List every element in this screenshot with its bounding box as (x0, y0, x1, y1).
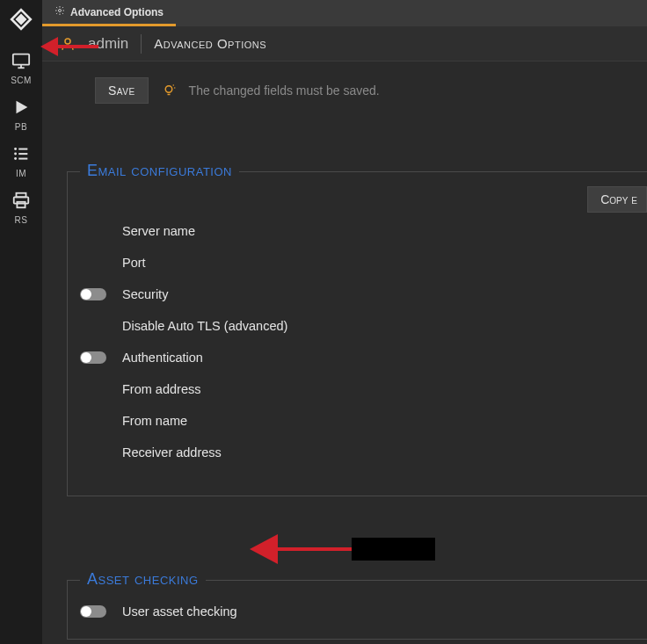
section-legend: Asset checking (80, 570, 206, 589)
sidebar-rail: SCM PB IM RS (0, 0, 42, 644)
toolbar: Save The changed fields must be saved. (42, 69, 647, 112)
svg-point-5 (14, 153, 17, 156)
svg-point-14 (165, 86, 172, 93)
field-label: Port (122, 256, 146, 270)
svg-point-7 (14, 157, 17, 160)
svg-marker-22 (250, 534, 278, 564)
sidebar-item-label: RS (15, 215, 28, 225)
gear-icon (55, 5, 65, 18)
breadcrumb-separator (141, 34, 142, 54)
field-label: From name (122, 414, 187, 428)
field-from-address: From address (80, 380, 635, 399)
svg-rect-8 (18, 158, 27, 160)
user-icon (60, 36, 76, 52)
annotation-arrow-middle (246, 527, 440, 571)
breadcrumb-user[interactable]: admin (88, 35, 128, 53)
svg-point-12 (59, 10, 62, 12)
toggle-authentication[interactable] (80, 351, 106, 364)
page-title: Advanced Options (154, 36, 266, 51)
list-icon (11, 144, 31, 165)
svg-rect-4 (18, 148, 27, 150)
sidebar-item-im[interactable]: IM (0, 139, 42, 180)
tab-advanced-options[interactable]: Advanced Options (42, 0, 176, 26)
field-security: Security (80, 285, 635, 304)
field-label: Server name (122, 224, 195, 238)
svg-point-13 (65, 39, 70, 44)
sidebar-item-label: SCM (11, 76, 32, 85)
tab-bar: Advanced Options (42, 0, 647, 26)
field-disable-auto-tls: Disable Auto TLS (advanced) (80, 316, 635, 336)
section-asset-checking: Asset checking User asset checking (67, 580, 647, 640)
field-authentication: Authentication (80, 348, 635, 367)
field-receiver-address: Receiver address (80, 443, 635, 462)
toggle-user-asset-checking[interactable] (80, 605, 106, 618)
sidebar-item-pb[interactable]: PB (0, 92, 42, 134)
svg-point-16 (172, 84, 174, 86)
field-label: Security (122, 287, 168, 301)
field-label: From address (122, 382, 200, 396)
tab-label: Advanced Options (70, 6, 164, 18)
field-label: Disable Auto TLS (advanced) (122, 319, 287, 333)
monitor-icon (11, 51, 31, 72)
field-label: Receiver address (122, 445, 222, 459)
field-user-asset-checking: User asset checking (80, 602, 635, 621)
field-from-name: From name (80, 411, 635, 431)
lightbulb-icon (161, 83, 177, 98)
play-icon (11, 98, 31, 119)
svg-rect-0 (13, 54, 29, 65)
field-server-name: Server name (80, 221, 635, 241)
breadcrumb: admin Advanced Options (42, 26, 647, 62)
field-label: Authentication (122, 351, 203, 365)
toggle-security[interactable] (80, 288, 106, 300)
svg-rect-20 (352, 538, 435, 561)
section-email-configuration: Email configuration Copy e Server name P… (67, 171, 647, 496)
field-port: Port (80, 253, 635, 272)
sidebar-item-scm[interactable]: SCM (0, 46, 42, 87)
svg-point-17 (174, 87, 176, 89)
copy-email-button[interactable]: Copy e (587, 186, 647, 213)
sidebar-item-label: PB (15, 122, 27, 132)
app-logo[interactable] (9, 7, 33, 32)
section-legend: Email configuration (80, 162, 239, 180)
svg-point-3 (14, 148, 17, 150)
save-button[interactable]: Save (95, 77, 149, 104)
sidebar-item-label: IM (16, 169, 26, 178)
print-icon (11, 191, 31, 212)
sidebar-item-rs[interactable]: RS (0, 185, 42, 227)
field-label: User asset checking (122, 604, 237, 619)
save-message: The changed fields must be saved. (189, 83, 380, 98)
svg-rect-6 (18, 153, 27, 155)
